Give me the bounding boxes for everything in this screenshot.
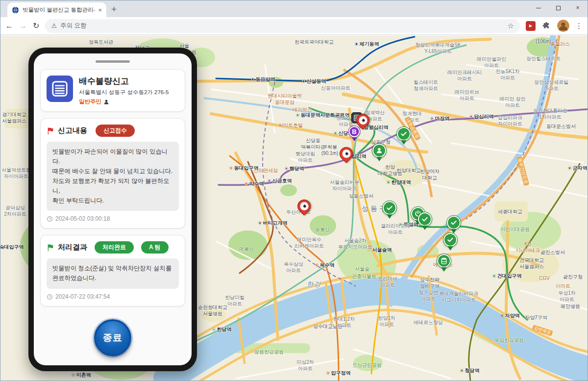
browser-toolbar: ← → ↻ ⚠ 주의 요함 ☆ ▶ ⋮ xyxy=(0,17,588,35)
reload-button[interactable]: ↻ xyxy=(33,22,39,30)
map-marker-check-icon[interactable] xyxy=(417,212,432,231)
report-detail-phone-panel: 배수불량신고 서울특별시 성동구 성수동2가 276-5 일반주민 신고내용 신… xyxy=(28,48,197,371)
map-marker-letter-b-icon[interactable]: B xyxy=(348,126,361,142)
security-warning-icon[interactable]: ⚠ xyxy=(51,22,57,29)
favicon-globe-icon xyxy=(12,6,19,14)
pinned-extension-icon[interactable]: ▶ xyxy=(526,21,536,31)
menu-kebab-icon[interactable]: ⋮ xyxy=(575,22,583,30)
tab-close-icon[interactable]: × xyxy=(98,7,102,13)
report-header-texts: 배수불량신고 서울특별시 성동구 성수동2가 276-5 일반주민 xyxy=(79,76,169,105)
report-header-card: 배수불량신고 서울특별시 성동구 성수동2가 276-5 일반주민 xyxy=(40,69,185,112)
end-button[interactable]: 종료 xyxy=(94,319,131,356)
map-marker-check-icon[interactable] xyxy=(446,216,461,234)
forward-button[interactable]: → xyxy=(19,22,27,30)
map-marker-check-icon[interactable] xyxy=(443,233,458,252)
report-content-text: 빗물받이가 파손되어 이물질이 많이 있습니다. 때문에 배수도 잘 안돼 물이… xyxy=(47,142,179,211)
reporter-type: 일반주민 xyxy=(79,98,169,105)
close-button[interactable]: × xyxy=(568,0,588,15)
red-flag-icon xyxy=(47,127,54,135)
result-timestamp: 2024-07-22 03:47:54 xyxy=(55,293,110,300)
clock-icon xyxy=(47,294,53,300)
result-card: 처리결과 처리완료 A 팀 빗물받이 청소(준설) 및 악취차단장치 설치를 완… xyxy=(40,235,185,306)
browser-window: 빗물받이 불편신고 통합관리시 × + × ← → ↻ ⚠ 주의 요함 ☆ ▶ … xyxy=(0,0,588,381)
report-address: 서울특별시 성동구 성수동2가 276-5 xyxy=(79,89,169,96)
result-section-title: 처리결과 xyxy=(58,243,87,252)
phone-speaker-bar xyxy=(96,60,130,63)
map-marker-damage-icon[interactable] xyxy=(339,147,354,166)
map-marker-check-icon[interactable] xyxy=(396,127,411,146)
report-timestamp-row: 2024-05-02 03:00:18 xyxy=(47,215,179,222)
report-title: 배수불량신고 xyxy=(79,76,169,87)
address-bar[interactable]: ⚠ 주의 요함 ☆ xyxy=(45,19,520,33)
minimize-button[interactable] xyxy=(529,0,548,15)
extensions-puzzle-icon[interactable] xyxy=(541,21,551,31)
report-status-badge: 신고접수 xyxy=(96,125,135,137)
bookmark-star-icon[interactable]: ☆ xyxy=(508,22,514,30)
security-warning-text[interactable]: 주의 요함 xyxy=(60,22,86,30)
result-content-text: 빗물받이 청소(준설) 및 악취차단장치 설치를 완료하였습니다. xyxy=(47,258,179,289)
result-section-header: 처리결과 처리완료 A 팀 xyxy=(47,241,179,254)
tab-title: 빗물받이 불편신고 통합관리시 xyxy=(23,6,95,14)
browser-tab[interactable]: 빗물받이 불편신고 통합관리시 × xyxy=(7,2,106,17)
map-marker-damage-icon[interactable] xyxy=(297,200,312,218)
result-team-badge: A 팀 xyxy=(141,241,169,254)
maximize-button[interactable] xyxy=(548,0,568,15)
back-button[interactable]: ← xyxy=(5,22,13,30)
drain-grate-icon xyxy=(47,76,73,102)
tab-strip: 빗물받이 불편신고 통합관리시 × + × xyxy=(0,0,588,17)
map-marker-check-icon[interactable] xyxy=(382,201,397,220)
result-timestamp-row: 2024-07-22 03:47:54 xyxy=(47,293,179,300)
result-status-badge: 처리완료 xyxy=(95,241,134,254)
map-marker-database-icon[interactable] xyxy=(437,254,451,273)
phone-screen: 배수불량신고 서울특별시 성동구 성수동2가 276-5 일반주민 신고내용 신… xyxy=(34,53,192,365)
report-section-title: 신고내용 xyxy=(58,126,87,135)
green-flag-icon xyxy=(47,244,54,252)
new-tab-button[interactable]: + xyxy=(111,4,117,15)
report-section-header: 신고내용 신고접수 xyxy=(47,125,179,137)
clock-icon xyxy=(47,216,53,222)
end-button-area: 종료 xyxy=(40,319,185,356)
map-marker-person-icon[interactable] xyxy=(372,144,387,162)
person-icon xyxy=(103,99,109,105)
report-timestamp: 2024-05-02 03:00:18 xyxy=(55,215,110,222)
profile-avatar[interactable] xyxy=(557,20,569,32)
window-controls: × xyxy=(529,0,588,17)
report-content-card: 신고내용 신고접수 빗물받이가 파손되어 이물질이 많이 있습니다. 때문에 배… xyxy=(40,118,185,229)
